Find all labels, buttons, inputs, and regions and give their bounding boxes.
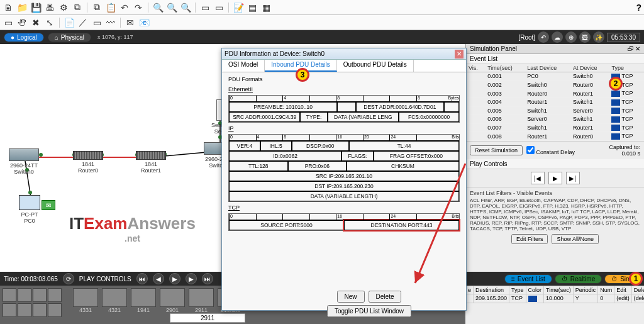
zoom-reset-icon[interactable]: 🔍: [166, 2, 177, 13]
paste-icon[interactable]: 📋: [105, 2, 116, 13]
tab-osi-model[interactable]: OSI Model: [222, 60, 265, 72]
zoom-in-icon[interactable]: 🔍: [152, 2, 164, 13]
back-frame-button[interactable]: |◀: [531, 172, 545, 184]
physical-view-tab[interactable]: ⌂ Physical: [48, 33, 91, 42]
annotation-marker-1: 1: [629, 272, 643, 286]
activity-icon[interactable]: ⧉: [72, 2, 83, 13]
tools-toolbar: ▭ 🖑 ✖ ⤡ 📄 ／ ▭ 〰 ✉ 📧: [0, 15, 644, 30]
tcp-block: 01624Bits SOURCE PORT:5000 DESTINATION P…: [228, 213, 460, 231]
save-icon[interactable]: 💾: [30, 2, 42, 13]
ip-label: IP: [228, 125, 460, 131]
event-row[interactable]: 0.003Router0Router1TCP: [466, 89, 644, 98]
close-panel-icon[interactable]: ✕: [635, 45, 640, 52]
filters-panel: Event List Filters - Visible Events ACL …: [466, 187, 644, 247]
zoom-out-icon[interactable]: 🔍: [180, 2, 191, 13]
event-row[interactable]: 0.007Switch1Router1TCP: [466, 123, 644, 132]
step-back-icon[interactable]: ◀: [153, 273, 164, 284]
category-wireless-icon[interactable]: [48, 288, 62, 302]
play-controls-label: Play Controls: [466, 159, 644, 169]
step-fwd-icon[interactable]: ▶: [186, 273, 197, 284]
print-icon[interactable]: 🖶: [44, 2, 55, 13]
notes-icon[interactable]: 📝: [233, 2, 244, 13]
category-security-icon[interactable]: [3, 303, 16, 317]
fwd-frame-button[interactable]: ▶|: [566, 172, 580, 184]
pdu-list-row[interactable]: 209.165.200 TCP 10.000 Y 0 (edit) (delet…: [466, 294, 645, 303]
ffwd-icon[interactable]: ⏭: [202, 273, 213, 284]
category-wan-icon[interactable]: [18, 303, 31, 317]
draw-line-icon[interactable]: ／: [77, 17, 89, 28]
annotation-marker-2: 2: [609, 77, 623, 91]
event-row[interactable]: 0.008Router1Router0TCP: [466, 132, 644, 141]
pdu-envelope-icon[interactable]: ✉: [42, 200, 55, 210]
view-bar: ● Logical ⌂ Physical x 1076, y: 117 [Roo…: [0, 30, 644, 44]
custom-icon[interactable]: ▭: [213, 2, 225, 13]
sim-time: Time: 00:03:03.065: [4, 276, 58, 282]
category-cloud-icon[interactable]: [48, 303, 62, 317]
device-pc0[interactable]: PC-PT PC0: [19, 195, 40, 224]
device-switch0[interactable]: 2960-24TT Switch0: [9, 148, 39, 175]
device-router0[interactable]: 1841 Router0: [73, 148, 103, 174]
hand-icon[interactable]: 🖑: [16, 17, 28, 28]
complex-pdu-icon[interactable]: 📧: [138, 17, 150, 28]
show-all-button[interactable]: Show All/None: [552, 234, 599, 244]
category-switch-icon[interactable]: [18, 288, 31, 302]
device-router1[interactable]: 1841 Router1: [136, 148, 166, 174]
play-icon[interactable]: ▶: [169, 273, 180, 284]
dock-icon[interactable]: 🗗: [628, 45, 634, 52]
open-folder-icon[interactable]: 📁: [16, 2, 28, 13]
simple-pdu-icon[interactable]: ✉: [125, 17, 136, 28]
svg-point-5: [39, 153, 43, 157]
close-icon[interactable]: ✕: [455, 50, 464, 59]
category-board-icon[interactable]: [33, 303, 47, 317]
resize-icon[interactable]: ⤡: [44, 17, 55, 28]
device-option[interactable]: 2901: [160, 288, 185, 313]
globe-icon[interactable]: ⊕: [565, 31, 577, 43]
logical-view-tab[interactable]: ● Logical: [4, 33, 44, 42]
device-option[interactable]: 4321: [102, 288, 127, 313]
device-option[interactable]: 1941: [131, 288, 156, 313]
reset-sim-button[interactable]: Reset Simulation: [470, 145, 523, 155]
delete-icon[interactable]: ✖: [30, 17, 42, 28]
cloud-icon[interactable]: ☁: [552, 31, 563, 43]
tab-outbound-pdu[interactable]: Outbound PDU Details: [337, 60, 414, 72]
event-row[interactable]: 0.005Switch1Server0TCP: [466, 106, 644, 115]
undo-icon[interactable]: ↶: [119, 2, 130, 13]
draw-freeform-icon[interactable]: 〰: [105, 17, 116, 28]
new-pdu-button[interactable]: New: [337, 291, 365, 303]
palette-icon[interactable]: ▭: [199, 2, 211, 13]
device-option[interactable]: 4331: [73, 288, 98, 313]
event-row[interactable]: 0.004Router1Switch1TCP: [466, 98, 644, 106]
realtime-tab[interactable]: ⏱ Realtime: [555, 274, 602, 284]
rewind-icon[interactable]: ⏮: [136, 273, 148, 284]
sim-clock: 05:53:30: [607, 33, 640, 42]
reset-time-icon[interactable]: ⟳: [63, 273, 74, 284]
delete-pdu-button[interactable]: Delete: [369, 291, 402, 303]
root-breadcrumb[interactable]: [Root]: [518, 34, 535, 41]
device-option[interactable]: 2911: [189, 288, 214, 313]
play-button[interactable]: ▶: [548, 172, 562, 184]
copy-icon[interactable]: ⧉: [91, 2, 103, 13]
edit-filters-button[interactable]: Edit Filters: [511, 234, 548, 244]
selected-device: 2911: [170, 313, 245, 323]
watermark: ITExamAnswers .net: [69, 214, 196, 243]
toggle-pdu-list-button[interactable]: Toggle PDU List Window: [327, 305, 411, 317]
image-icon[interactable]: 🖼: [579, 31, 591, 43]
view-icon[interactable]: ▤: [247, 2, 258, 13]
help-icon[interactable]: ?: [636, 3, 641, 13]
draw-rect-icon[interactable]: ▭: [91, 17, 103, 28]
pdu-list-controls: New Delete Toggle PDU List Window: [327, 291, 411, 317]
log-icon[interactable]: ▦: [260, 2, 272, 13]
new-file-icon[interactable]: 🗎: [3, 2, 14, 13]
redo-icon[interactable]: ↷: [133, 2, 144, 13]
select-icon[interactable]: ▭: [3, 17, 14, 28]
wizard-icon[interactable]: ⚙: [58, 2, 69, 13]
ethernet-block: 0488Bytes PREAMBLE: 101010..10 DEST ADDR…: [228, 95, 460, 123]
constant-delay-checkbox[interactable]: Constant Delay: [526, 146, 575, 155]
effects-icon[interactable]: ✨: [593, 31, 604, 43]
nav-back-icon[interactable]: ↶: [538, 31, 549, 43]
event-list-tab[interactable]: ≡ Event List: [504, 274, 552, 284]
category-router-icon[interactable]: [3, 288, 16, 302]
event-row[interactable]: 0.006Server0Switch1TCP: [466, 115, 644, 124]
note-icon[interactable]: 📄: [64, 17, 75, 28]
category-hub-icon[interactable]: [33, 288, 47, 302]
